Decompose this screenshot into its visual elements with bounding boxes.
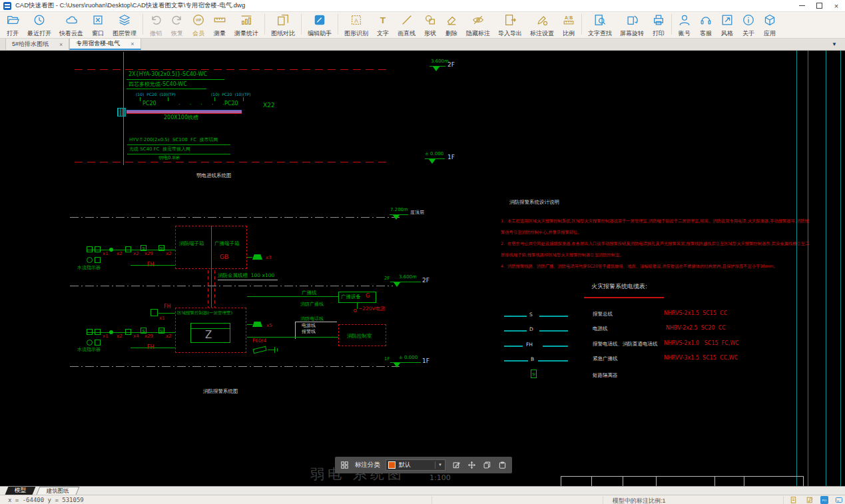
annotation-scale-note: 模型中的标注比例:1 xyxy=(613,497,666,504)
toolbar-vip[interactable]: VIP会员 xyxy=(188,12,209,38)
toolbar-recent[interactable]: 最近打开 xyxy=(23,12,55,38)
gb-code: GB xyxy=(220,254,228,260)
clock-icon xyxy=(33,13,46,29)
search-doc-icon xyxy=(593,13,607,29)
sheet-tab-bar: 模型 建筑图纸 xyxy=(0,486,845,495)
level-mark-icon xyxy=(429,159,435,164)
sheet-doc-icon[interactable] xyxy=(790,496,798,504)
toolbar-apps[interactable]: 应用 xyxy=(759,12,780,38)
count-label: x2 xyxy=(117,252,123,256)
second-floor-line xyxy=(70,286,393,286)
annotation-toolbar: 标注分类 默认 ▼ xyxy=(335,457,512,473)
window-icon xyxy=(91,13,105,29)
toolbar-measure[interactable]: 测量 xyxy=(209,12,230,38)
fh-label: FH xyxy=(164,304,171,310)
toolbar-window[interactable]: 窗口 xyxy=(87,12,109,38)
count-label: x1 xyxy=(103,252,109,256)
level-line-2f xyxy=(75,69,386,70)
toolbar-style[interactable]: 风格 xyxy=(716,12,738,38)
info-icon xyxy=(742,13,755,29)
cloud-icon xyxy=(65,13,78,29)
toolbar-cloud[interactable]: 快看云盘 xyxy=(55,12,87,38)
sheet-edit-icon[interactable] xyxy=(806,496,814,504)
floor-label: 2F xyxy=(447,62,455,68)
toolbar-import-export[interactable]: 导入导出 xyxy=(494,12,526,38)
ruler-icon xyxy=(213,13,226,29)
distribution-hub-icon xyxy=(117,108,126,117)
line-desc: 报警总线 xyxy=(593,312,613,317)
svg-text:A: A xyxy=(354,18,358,24)
note-line: 层接线端子箱;报警线路经区域型火灾报警控制器引至消防控制室。 xyxy=(501,253,624,257)
printer-icon xyxy=(652,13,665,29)
restore-button[interactable] xyxy=(810,0,828,11)
isolator-symbol: SI xyxy=(531,370,537,378)
rotate-icon xyxy=(625,13,639,29)
copy-annotation-icon[interactable] xyxy=(483,461,491,469)
count-label: X22 xyxy=(263,103,275,109)
category-color-swatch xyxy=(388,461,396,469)
toolbar-redo[interactable]: 恢复 xyxy=(166,12,188,38)
toolbar-hide-annotation[interactable]: 隐藏标注 xyxy=(462,12,494,38)
continuation-dots: · · · · · · xyxy=(178,103,238,108)
line-spec: NHBV-2x2.5 SC20 CC xyxy=(666,326,726,331)
toolbar-shapes[interactable]: 形状 xyxy=(420,12,441,38)
toolbar-text[interactable]: T文字 xyxy=(372,12,394,38)
tab-list-caret-icon[interactable]: ▼ xyxy=(832,41,837,47)
toolbar-layers[interactable]: 图层管理 xyxy=(109,12,141,38)
cable-spec-label: 四芯多模光缆-SC40-WC xyxy=(129,82,187,87)
sheet-scale-text: 1:100 xyxy=(429,474,451,481)
telecom-line-label: HYV-T-200(2x0.5) SC100 FC 接市话网 xyxy=(129,138,218,142)
broadcast-device-label: 广播设备 xyxy=(341,294,361,300)
tab-close-icon[interactable]: × xyxy=(131,41,134,47)
title-bar: CAD快速看图 - C:\Users\ruohan\Desktop\CAD快速看… xyxy=(0,0,845,12)
pencil-gear-icon xyxy=(535,13,549,29)
level-line-1f xyxy=(75,162,386,162)
line-spec: NHRVS-2x1.5 SC15 CC xyxy=(664,311,727,316)
level-mark-icon xyxy=(394,282,400,287)
level-mark-icon xyxy=(393,215,400,220)
toolbar-open[interactable]: 打开 xyxy=(2,12,23,38)
annotation-category-label: 标注分类 xyxy=(355,461,380,469)
broadcast-line-label: 广播线 xyxy=(302,290,317,296)
broadcast-terminal-box-label: 广播端子箱 xyxy=(214,241,240,246)
toolbar-print[interactable]: 打印 xyxy=(648,12,669,38)
toolbar-account[interactable]: 账号 xyxy=(674,12,695,38)
edit-annotation-icon[interactable] xyxy=(452,461,461,469)
toolbar-shape-recognize[interactable]: A图形识别 xyxy=(340,12,372,38)
po-mode-icon[interactable]: PO xyxy=(820,496,828,504)
toolbar-erase[interactable]: 删除 xyxy=(441,12,462,38)
doc-tab-electrical[interactable]: 专用宿舍楼-电气× xyxy=(69,39,141,50)
svg-text:T: T xyxy=(380,15,386,25)
sheet-border-line xyxy=(796,51,797,486)
flow-indicator-label: 水流指示器 xyxy=(77,266,101,270)
toolbar-measure-stats[interactable]: 测量统计 xyxy=(230,12,262,38)
frame-view-icon[interactable] xyxy=(835,496,843,504)
conduit-label: PC20 xyxy=(142,101,156,107)
move-annotation-icon[interactable] xyxy=(467,461,476,469)
drawing-canvas[interactable]: 弱电 系统图 1:100 3.600m 2F ± 0.000 1F 2X{HYA… xyxy=(0,51,845,486)
count-label: x2 xyxy=(133,252,139,256)
close-button[interactable]: × xyxy=(828,0,845,11)
grid-view-icon[interactable] xyxy=(340,461,349,469)
toolbar-find-text[interactable]: 文字查找 xyxy=(584,12,616,38)
sheet-border-line xyxy=(840,51,841,486)
paste-annotation-icon[interactable] xyxy=(498,461,507,469)
toolbar-edit-assistant[interactable]: 编辑助手 xyxy=(304,12,336,38)
toolbar-support[interactable]: 客服 xyxy=(695,12,716,38)
annotation-category-select[interactable]: 默认 ▼ xyxy=(386,459,445,471)
minimize-button[interactable] xyxy=(793,0,810,11)
toolbar-rotate-screen[interactable]: 屏幕旋转 xyxy=(616,12,648,38)
level-mark-icon xyxy=(394,363,400,368)
toolbar-compare[interactable]: 图纸对比 xyxy=(267,12,299,38)
doc-tab-plumbing[interactable]: 5#给排水图纸× xyxy=(5,39,69,50)
roof-level-line xyxy=(70,217,400,218)
toolbar-about[interactable]: 关于 xyxy=(738,12,759,38)
toolbar-undo[interactable]: 撤销 xyxy=(145,12,166,38)
tab-close-icon[interactable]: × xyxy=(59,41,63,48)
headset-icon xyxy=(699,13,712,29)
toolbar-scale[interactable]: A:B比例 xyxy=(558,12,579,38)
toolbar-draw-line[interactable]: 画直线 xyxy=(394,12,420,38)
toolbar-annotation-settings[interactable]: 标注设置 xyxy=(526,12,558,38)
sheet-tab-architecture[interactable]: 建筑图纸 xyxy=(37,487,80,495)
sheet-tab-model[interactable]: 模型 xyxy=(5,487,36,495)
